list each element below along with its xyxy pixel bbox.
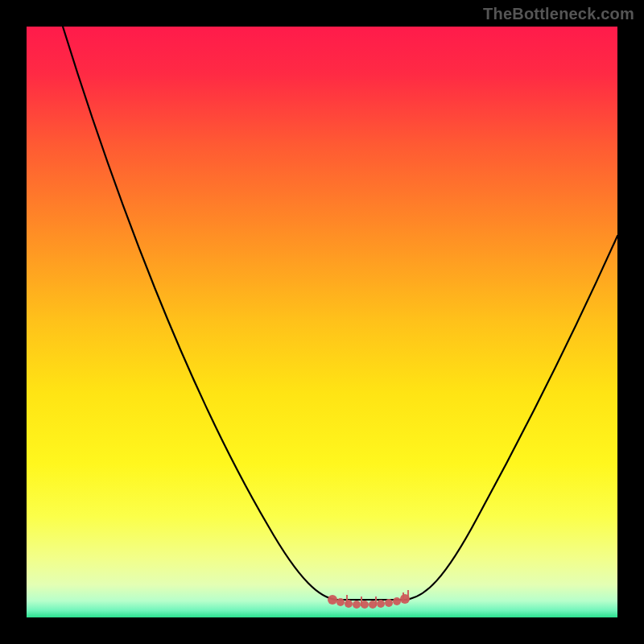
watermark-text: TheBottleneck.com <box>483 5 634 23</box>
gradient-background <box>27 27 617 617</box>
svg-point-7 <box>385 599 393 607</box>
chart-svg <box>27 27 617 617</box>
svg-point-8 <box>393 597 401 605</box>
svg-rect-10 <box>407 590 409 601</box>
svg-point-6 <box>377 600 385 608</box>
svg-point-0 <box>328 595 337 605</box>
svg-point-3 <box>353 601 361 609</box>
svg-point-2 <box>345 600 353 608</box>
svg-rect-11 <box>402 592 404 602</box>
svg-point-1 <box>336 598 345 606</box>
plot-area <box>27 27 617 617</box>
svg-rect-12 <box>346 595 348 605</box>
chart-frame: TheBottleneck.com <box>0 0 644 644</box>
svg-rect-14 <box>375 597 377 606</box>
svg-rect-13 <box>361 597 362 606</box>
